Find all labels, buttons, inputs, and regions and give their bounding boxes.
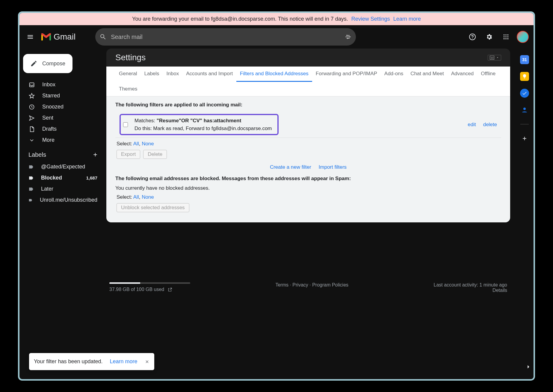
label-item-gated[interactable]: @Gated/Expected xyxy=(19,161,103,172)
svg-point-13 xyxy=(505,38,507,40)
side-panel: 31 + xyxy=(516,49,534,379)
storage-text: 37.98 GB of 100 GB used xyxy=(109,287,164,292)
toast-learn-more[interactable]: Learn more xyxy=(110,358,138,365)
search-input[interactable] xyxy=(111,34,340,40)
svg-point-10 xyxy=(505,36,507,37)
tab-general[interactable]: General xyxy=(115,67,140,82)
unblock-button[interactable]: Unblock selected addresses xyxy=(117,203,189,212)
terms-link[interactable]: Terms xyxy=(275,282,288,287)
compose-button[interactable]: Compose xyxy=(23,54,72,73)
program-policies-link[interactable]: Program Policies xyxy=(312,282,348,287)
tab-themes[interactable]: Themes xyxy=(115,82,141,96)
tab-labels[interactable]: Labels xyxy=(140,67,163,82)
support-button[interactable] xyxy=(466,31,478,43)
toast-message: Your filter has been updated. xyxy=(34,358,103,365)
sidebar-item-more[interactable]: More xyxy=(19,135,103,146)
star-icon xyxy=(29,93,35,99)
sidebar-item-inbox[interactable]: Inbox xyxy=(19,79,103,90)
compose-label: Compose xyxy=(42,61,65,67)
filter-highlight-box: Matches: "Resume"OR "CV" has:attachment … xyxy=(120,114,279,135)
privacy-link[interactable]: Privacy xyxy=(292,282,308,287)
page-title: Settings xyxy=(115,53,146,62)
open-link-icon[interactable] xyxy=(167,287,172,292)
svg-point-14 xyxy=(507,38,509,40)
side-panel-toggle[interactable] xyxy=(525,364,532,370)
create-filter-link[interactable]: Create a new filter xyxy=(270,164,311,170)
tab-inbox[interactable]: Inbox xyxy=(163,67,183,82)
add-label-button[interactable]: + xyxy=(93,150,97,159)
sidebar: Compose Inbox Starred Snoozed Sent Draft… xyxy=(19,49,106,379)
select-label: Select: xyxy=(117,141,133,147)
tab-forwarding[interactable]: Forwarding and POP/IMAP xyxy=(312,67,381,82)
clock-icon xyxy=(29,104,35,110)
tab-filters[interactable]: Filters and Blocked Addresses xyxy=(236,67,312,82)
toast-close-button[interactable] xyxy=(145,359,149,364)
select-none-link[interactable]: None xyxy=(142,141,154,147)
dothis-text: Do this: Mark as read, Forward to fg8dsa… xyxy=(135,126,272,131)
filter-edit-link[interactable]: edit xyxy=(468,122,476,128)
select-all-link[interactable]: All xyxy=(133,141,139,147)
settings-tabs: General Labels Inbox Accounts and Import… xyxy=(106,67,510,97)
delete-button[interactable]: Delete xyxy=(143,150,167,159)
sidebar-item-snoozed[interactable]: Snoozed xyxy=(19,101,103,112)
select-all-blocked[interactable]: All xyxy=(133,194,139,200)
matches-label: Matches: xyxy=(135,118,157,123)
last-activity-text: Last account activity: 1 minute ago xyxy=(434,282,507,288)
sidebar-item-sent[interactable]: Sent xyxy=(19,112,103,123)
send-icon xyxy=(29,115,35,121)
tab-addons[interactable]: Add-ons xyxy=(381,67,407,82)
select-none-blocked[interactable]: None xyxy=(142,194,154,200)
keep-app-button[interactable] xyxy=(520,72,529,81)
main-menu-button[interactable] xyxy=(24,31,36,43)
apps-button[interactable] xyxy=(500,31,512,43)
label-item-later[interactable]: Later xyxy=(19,183,103,195)
sidebar-item-drafts[interactable]: Drafts xyxy=(19,123,103,135)
search-bar[interactable] xyxy=(95,28,356,46)
search-icon xyxy=(99,33,107,40)
label-item-unrollme[interactable]: Unroll.me/Unsubscribed xyxy=(19,195,103,206)
label-name: Later xyxy=(41,186,53,192)
gear-icon xyxy=(486,33,493,40)
details-link[interactable]: Details xyxy=(492,288,507,293)
label-icon xyxy=(28,186,34,192)
footer-right: Last account activity: 1 minute ago Deta… xyxy=(434,282,507,293)
tab-offline[interactable]: Offline xyxy=(477,67,499,82)
search-options-icon[interactable] xyxy=(345,33,352,40)
tasks-icon xyxy=(522,91,527,96)
close-icon xyxy=(145,359,149,364)
blocked-intro: The following email addresses are blocke… xyxy=(115,176,501,182)
gmail-logo[interactable]: Gmail xyxy=(41,32,75,42)
tab-chat[interactable]: Chat and Meet xyxy=(407,67,448,82)
input-tool-selector[interactable]: ▭ xyxy=(488,55,501,61)
import-filters-link[interactable]: Import filters xyxy=(319,164,347,170)
labels-header: Labels + xyxy=(19,146,103,161)
contacts-app-button[interactable] xyxy=(520,105,529,114)
storage-section: 37.98 GB of 100 GB used xyxy=(109,282,190,292)
label-name: Unroll.me/Unsubscribed xyxy=(40,197,97,203)
nav-label: Starred xyxy=(42,93,60,99)
banner-review-link[interactable]: Review Settings xyxy=(351,16,390,22)
label-icon xyxy=(28,175,34,181)
settings-button[interactable] xyxy=(483,31,495,43)
settings-header: Settings ▭ xyxy=(106,49,510,67)
label-count: 1,687 xyxy=(86,175,97,180)
chevron-right-icon xyxy=(525,364,532,370)
svg-point-8 xyxy=(507,34,509,36)
tab-accounts[interactable]: Accounts and Import xyxy=(182,67,236,82)
tasks-app-button[interactable] xyxy=(520,89,529,98)
tab-advanced[interactable]: Advanced xyxy=(448,67,478,82)
matches-value: "Resume"OR "CV" has:attachment xyxy=(157,118,241,123)
filter-delete-link[interactable]: delete xyxy=(483,122,497,128)
banner-learn-link[interactable]: Learn more xyxy=(393,16,421,22)
account-avatar[interactable] xyxy=(517,31,529,43)
filter-checkbox[interactable] xyxy=(123,122,128,127)
calendar-app-button[interactable]: 31 xyxy=(520,55,529,64)
filters-intro: The following filters are applied to all… xyxy=(115,102,501,108)
svg-point-11 xyxy=(507,36,509,37)
apps-grid-icon xyxy=(503,34,509,40)
get-addons-button[interactable]: + xyxy=(520,134,529,143)
export-button[interactable]: Export xyxy=(117,150,140,159)
sidebar-item-starred[interactable]: Starred xyxy=(19,90,103,101)
label-item-blocked[interactable]: Blocked 1,687 xyxy=(19,172,103,183)
side-panel-divider xyxy=(520,124,529,124)
